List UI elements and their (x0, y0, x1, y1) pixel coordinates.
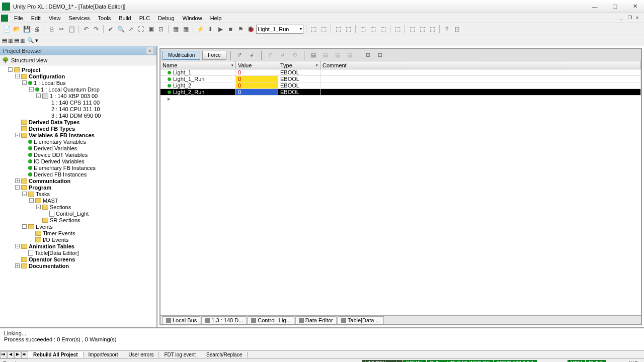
run-icon[interactable]: ▶ (216, 25, 225, 34)
copy-icon[interactable]: ⎘ (47, 25, 56, 34)
tree-tableed[interactable]: Table[Data Editor] (35, 250, 78, 256)
bookmark-icon[interactable]: ⚑ (236, 25, 245, 34)
fset0-icon[interactable]: ↲ (278, 51, 288, 60)
tb-icon-9[interactable]: ⬚ (408, 25, 417, 34)
mdi-minimize[interactable]: _ (620, 15, 627, 21)
tb-icon-10[interactable]: ⬚ (418, 25, 427, 34)
out-tab-fdt[interactable]: FDT log event (159, 352, 201, 357)
cut-icon[interactable]: ✂ (57, 25, 66, 34)
tree-bus[interactable]: 1 : Local Bus (34, 80, 66, 86)
connect-icon[interactable]: ⚡ (196, 25, 205, 34)
expander-icon[interactable]: - (8, 67, 13, 72)
out-tab-errors[interactable]: User errors (123, 352, 159, 357)
build-icon[interactable]: ▦ (181, 25, 190, 34)
tab-table[interactable]: Table[Data ... (338, 316, 384, 324)
tree-timerev[interactable]: Timer Events (43, 230, 75, 236)
tree-sections[interactable]: Sections (50, 204, 71, 210)
modification-button[interactable]: Modification (163, 51, 200, 60)
sec-icon-2[interactable]: ▥ (8, 37, 13, 44)
mdi-close[interactable]: × (636, 15, 643, 21)
print-icon[interactable]: 🖨 (32, 25, 41, 34)
sec-icon-4[interactable]: ▥ (20, 37, 25, 44)
tree-ddt[interactable]: Derived Data Types (29, 119, 79, 125)
tb-icon-4[interactable]: ⬚ (344, 25, 353, 34)
menu-services[interactable]: Services (64, 14, 94, 22)
out-tab-search[interactable]: Search/Replace (201, 352, 248, 357)
tree-dfb[interactable]: Derived FB Types (29, 126, 75, 132)
paste-icon[interactable]: 📋 (67, 25, 76, 34)
tree-ioev[interactable]: I/O Events (43, 237, 68, 243)
tree-dfbinst[interactable]: Derived FB Instances (34, 171, 87, 177)
tree-comm[interactable]: Communication (29, 178, 70, 184)
expand-icon[interactable]: ⊞ (363, 51, 373, 60)
tab-controllight[interactable]: Control_Lig... (248, 316, 294, 324)
tree-opscreens[interactable]: Operator Screens (29, 256, 75, 262)
close-button[interactable]: ✕ (628, 2, 642, 12)
animate-icon[interactable]: 🐞 (246, 25, 255, 34)
tb-icon-6[interactable]: ⬚ (368, 25, 377, 34)
tree-project[interactable]: Project (22, 67, 40, 73)
maximize-button[interactable]: ▢ (608, 2, 622, 12)
whatsthis-icon[interactable]: ⍰ (452, 25, 461, 34)
dropdown-icon[interactable]: ▾ (35, 37, 38, 44)
tree-mod2[interactable]: 2 : 140 CPU 311 10 (51, 106, 100, 112)
minimize-button[interactable]: — (588, 2, 602, 12)
menu-tools[interactable]: Tools (94, 14, 115, 22)
menu-help[interactable]: Help (206, 14, 226, 22)
zoom-icon[interactable]: ⊡ (156, 25, 166, 34)
force-button[interactable]: Force (202, 51, 226, 60)
tree-ctrllight[interactable]: Control_Light (56, 211, 89, 217)
tb-icon-3[interactable]: ⬚ (334, 25, 343, 34)
fullscreen-icon[interactable]: ⛶ (136, 25, 145, 34)
col-type[interactable]: Type▾ (278, 61, 320, 69)
fset1-icon[interactable]: ↱ (266, 51, 276, 60)
save-icon[interactable]: 💾 (22, 25, 31, 34)
col-value[interactable]: Value (236, 61, 278, 69)
col-name[interactable]: Name▾ (160, 61, 236, 69)
tb-icon-7[interactable]: ⬚ (378, 25, 387, 34)
unforce-icon[interactable]: ⟲ (290, 51, 300, 60)
mode1-icon[interactable]: ▤ (308, 51, 318, 60)
panel-close-icon[interactable]: × (146, 47, 153, 54)
goto-icon[interactable]: ↗ (126, 25, 135, 34)
table-row[interactable]: Light_1 0 EBOOL (160, 69, 641, 76)
analyze-icon[interactable]: ▦ (171, 25, 180, 34)
redo-icon[interactable]: ↷ (92, 25, 101, 34)
sec-icon-3[interactable]: ▤ (14, 37, 19, 44)
menu-file[interactable]: File (10, 14, 27, 22)
stop-icon[interactable]: ■ (226, 25, 235, 34)
tree-config[interactable]: Configuration (29, 73, 65, 79)
tree-elemvars[interactable]: Elementary Variables (34, 139, 86, 145)
open-icon[interactable]: 📂 (12, 25, 21, 34)
menu-view[interactable]: View (45, 14, 65, 22)
tree-tasks[interactable]: Tasks (36, 191, 50, 197)
tb-icon-2[interactable]: ⬚ (319, 25, 328, 34)
menu-window[interactable]: Window (179, 14, 206, 22)
tree-anim[interactable]: Animation Tables (29, 243, 74, 249)
undo-icon[interactable]: ↶ (82, 25, 91, 34)
tree-mast[interactable]: MAST (43, 198, 58, 204)
new-row[interactable]: ▸ (160, 96, 641, 102)
nav-prev-icon[interactable]: ◀ (7, 351, 14, 358)
validate-icon[interactable]: ✔ (106, 25, 115, 34)
tb-icon-1[interactable]: ⬚ (309, 25, 318, 34)
help-icon[interactable]: ? (442, 25, 451, 34)
mode3-icon[interactable]: ▤ (333, 51, 343, 60)
menu-build[interactable]: Build (115, 14, 135, 22)
menu-debug[interactable]: Debug (154, 14, 178, 22)
tree-iovars[interactable]: IO Derived Variables (34, 158, 85, 164)
tb-icon-11[interactable]: ⬚ (428, 25, 437, 34)
tab-module[interactable]: 1.3 : 140 D... (201, 316, 247, 324)
tree-dervars[interactable]: Derived Variables (34, 145, 77, 151)
mode2-icon[interactable]: ▤ (320, 51, 331, 60)
set1-icon[interactable]: ↱ (235, 51, 245, 60)
window-icon[interactable]: ▣ (146, 25, 155, 34)
col-comment[interactable]: Comment (320, 61, 641, 69)
table-row[interactable]: Light_2 0 EBOOL (160, 82, 641, 89)
tree-mod3[interactable]: 3 : 140 DDM 690 00 (51, 113, 101, 119)
sec-icon-1[interactable]: ▤ (2, 37, 7, 44)
collapse-icon[interactable]: ⊟ (375, 51, 385, 60)
tb-icon-5[interactable]: ⬚ (358, 25, 367, 34)
set0-icon[interactable]: ↲ (247, 51, 257, 60)
tree-docs[interactable]: Documentation (29, 263, 69, 269)
